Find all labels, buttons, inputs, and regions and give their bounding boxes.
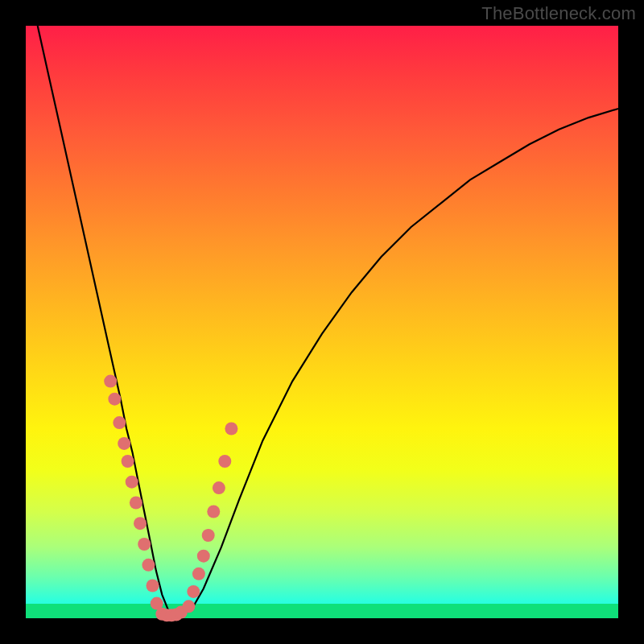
data-point [187, 585, 200, 598]
data-point [113, 416, 126, 429]
data-point [225, 423, 237, 436]
data-point [138, 538, 151, 551]
data-point [207, 506, 220, 518]
data-point [126, 476, 138, 489]
data-point [218, 455, 231, 468]
data-point [122, 455, 134, 468]
data-point [182, 600, 195, 613]
data-point [192, 568, 205, 580]
chart-svg [26, 26, 618, 618]
data-point [197, 550, 210, 563]
data-points [104, 375, 237, 622]
data-point [118, 437, 130, 450]
data-point [202, 529, 215, 542]
watermark-label: TheBottleneck.com [481, 3, 636, 24]
data-point [213, 481, 225, 494]
data-point [130, 497, 142, 510]
data-point [134, 517, 147, 530]
data-point [142, 559, 155, 572]
data-point [108, 393, 121, 406]
bottleneck-curve [38, 26, 618, 615]
figure-container: TheBottleneck.com [0, 0, 644, 644]
data-point [147, 580, 159, 592]
plot-area [26, 26, 618, 618]
data-point [104, 375, 117, 388]
